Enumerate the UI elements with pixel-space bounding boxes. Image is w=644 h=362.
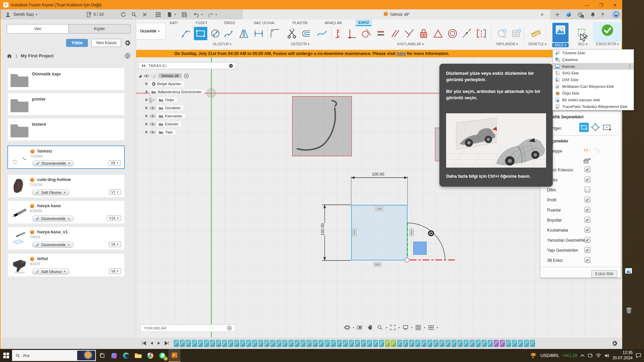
constraint-equal-icon[interactable]	[374, 27, 387, 40]
group-label-select[interactable]: SEÇ ▾	[578, 42, 587, 46]
viewports-icon[interactable]	[427, 324, 435, 331]
look-at-icon[interactable]	[356, 324, 364, 331]
timeline-feature-icon[interactable]	[403, 340, 408, 347]
constraint-symmetry-icon[interactable]	[431, 27, 445, 40]
recycle-bin-icon[interactable]	[626, 307, 632, 315]
maximize-button[interactable]: ❐	[599, 3, 603, 8]
globe-icon[interactable]	[125, 53, 130, 59]
timeline-feature-icon[interactable]	[506, 340, 511, 347]
search-icon[interactable]	[130, 11, 139, 18]
timeline-feature-icon[interactable]	[367, 340, 372, 347]
line-tool-icon[interactable]	[179, 27, 193, 40]
clock-widget[interactable]: 12:35 20.07.2024	[612, 350, 633, 361]
ticker-pair[interactable]: USD/BRL	[540, 353, 559, 358]
rect-3point-icon[interactable]	[591, 123, 599, 133]
zoom-icon[interactable]	[376, 324, 384, 331]
browser-node-row[interactable]: Eskizler	[146, 120, 236, 128]
browser-node-row[interactable]: Orijin	[146, 96, 236, 104]
constraint-midpoint-icon[interactable]	[475, 27, 488, 40]
projected-linetype-icon[interactable]	[593, 147, 601, 155]
timeline-feature-icon[interactable]	[361, 340, 366, 347]
desktop-shortcut-icon[interactable]	[625, 268, 632, 274]
timeline-feature-icon[interactable]	[331, 340, 336, 347]
group-label-insert[interactable]: EKLE ▾	[552, 43, 569, 47]
group-label-constraints[interactable]: KISITLAMALAR ▾	[397, 42, 424, 46]
new-folder-button[interactable]: Yeni Klasör	[91, 39, 121, 47]
eye-icon[interactable]	[150, 122, 155, 126]
tab-orgu[interactable]: ÖRGÜ	[221, 19, 238, 26]
whatsapp-icon[interactable]: 1	[156, 349, 168, 362]
grid-settings-icon[interactable]	[414, 324, 423, 331]
folder-card[interactable]: testere	[7, 118, 125, 141]
spline-tool-icon[interactable]	[222, 27, 236, 40]
canvas-image[interactable]	[292, 96, 352, 156]
rect-2point-icon[interactable]	[579, 123, 589, 132]
dimension-width-label[interactable]: 100.00	[371, 172, 385, 177]
tab-data[interactable]: Veri	[7, 24, 69, 34]
rect-center-icon[interactable]	[603, 124, 611, 132]
rectangle-tool-icon[interactable]	[194, 27, 207, 40]
timeline-feature-icon[interactable]	[524, 340, 529, 347]
design-card[interactable]: havya kasa 6/26/24 Düzenlenebilir▼ V15▼	[7, 200, 125, 224]
version-selector[interactable]: V8▼	[109, 160, 121, 166]
timeline-feature-icon[interactable]	[343, 340, 348, 347]
timeline-feature-icon[interactable]	[288, 340, 293, 347]
group-label-modify[interactable]: DEĞİŞTİR ▾	[291, 42, 309, 46]
collapse-browser-icon[interactable]	[141, 64, 146, 67]
timeline-feature-icon[interactable]	[464, 340, 469, 347]
taskbar-search-box[interactable]: Ara	[12, 350, 96, 361]
menu-item-uretici[interactable]: Bir üretici parçası ekle	[553, 97, 634, 103]
timeline-feature-icon[interactable]	[307, 340, 312, 347]
timeline-feature-icon[interactable]	[276, 340, 281, 347]
timeline-feature-icon[interactable]	[264, 340, 269, 347]
finish-sketch-button[interactable]	[593, 22, 622, 42]
timeline-feature-icon[interactable]	[482, 340, 487, 347]
timeline-feature-icon[interactable]	[349, 340, 354, 347]
version-selector[interactable]: V6▼	[109, 242, 121, 247]
timeline-feature-icon[interactable]	[470, 340, 475, 347]
timeline-feature-icon[interactable]	[216, 340, 221, 347]
timeline-feature-icon[interactable]	[518, 340, 523, 347]
folder-card[interactable]: printer	[7, 93, 125, 116]
design-card[interactable]: İsimsiz 7/19/24 Düzenlenebilir▼ V8▼	[7, 145, 125, 169]
timeline-feature-icon[interactable]	[222, 340, 227, 347]
timeline-feature-icon[interactable]	[512, 340, 517, 347]
inspect-measure-icon[interactable]	[529, 27, 543, 40]
tab-kati[interactable]: KATI	[167, 19, 180, 26]
circle-tool-icon[interactable]	[209, 27, 222, 40]
timeline-feature-icon[interactable]	[313, 340, 318, 347]
browser-header[interactable]: TARAYıCı	[138, 62, 236, 69]
insert-button[interactable]	[552, 23, 569, 42]
access-pill[interactable]: Düzenlenebilir▼	[32, 242, 74, 248]
checkbox-sketch-grid[interactable]: ✓	[585, 167, 590, 172]
design-card[interactable]: teltut 4/3/23 Salt Okunur▼ V8▼	[7, 253, 125, 277]
timeline-feature-icon[interactable]	[421, 340, 426, 347]
browser-node-row[interactable]: Yapı	[146, 128, 236, 136]
timeline-feature-icon[interactable]	[373, 340, 378, 347]
group-label-finish-sketch[interactable]: ESKIZI BITIR ▾	[596, 42, 619, 46]
browser-node-label[interactable]: Gövdeler	[165, 106, 181, 110]
home-icon[interactable]	[7, 54, 12, 58]
browser-node-label[interactable]: Eskizler	[165, 122, 178, 126]
timeline-feature-icon[interactable]	[451, 340, 457, 347]
timeline-feature-icon[interactable]	[445, 340, 450, 347]
timeline-feature-icon[interactable]	[234, 340, 239, 347]
add-comment-icon[interactable]	[227, 326, 232, 330]
fit-icon[interactable]	[388, 324, 397, 331]
folder-card[interactable]: Otomatik kapı	[7, 68, 125, 90]
timeline-go-end-icon[interactable]	[164, 341, 169, 346]
volume-icon[interactable]	[604, 353, 609, 358]
snap-target-point[interactable]	[428, 230, 434, 236]
tab-eskiz[interactable]: ESKİZ	[356, 19, 372, 26]
selection-square[interactable]	[413, 242, 427, 255]
copilot-icon[interactable]	[108, 349, 120, 362]
constraint-coincident-icon[interactable]	[331, 27, 344, 40]
menu-item-traceparts[interactable]: TraceParts Tedarikçi Bileşenlerini Ekle	[553, 103, 634, 110]
user-name[interactable]: Semih Saçi	[13, 12, 34, 17]
timeline-feature-icon[interactable]	[174, 340, 179, 347]
access-pill[interactable]: Düzenlenebilir▼	[32, 216, 74, 222]
clear-search-icon[interactable]	[141, 11, 149, 18]
checkbox-slice[interactable]	[585, 187, 590, 192]
breadcrumb[interactable]: My First Project	[21, 53, 54, 58]
data-settings-gear-icon[interactable]	[124, 40, 130, 46]
